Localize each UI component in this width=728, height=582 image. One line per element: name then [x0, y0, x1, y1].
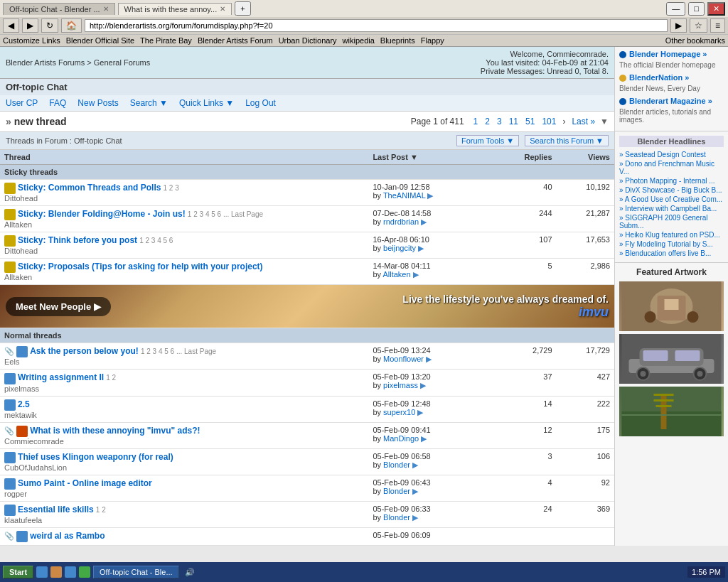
normal-thread-title-1[interactable]: Ask the person below you!: [30, 346, 139, 356]
bookmark-piratebay[interactable]: The Pirate Bay: [140, 36, 192, 45]
last-post-user[interactable]: Blonder: [383, 460, 410, 469]
last-post-user[interactable]: beijngcity: [383, 244, 416, 252]
reload-button[interactable]: ↻: [41, 18, 58, 33]
headline-2[interactable]: Dono and Frenchman Music V...: [619, 159, 724, 176]
headline-3[interactable]: Photon Mapping - Internal ...: [619, 176, 724, 185]
artwork-thumb-3[interactable]: [619, 387, 724, 436]
bookmark-urban-dict[interactable]: Urban Dictionary: [279, 36, 337, 45]
blenderart-link[interactable]: Blenderart Magazine »: [629, 97, 712, 105]
sub-pages[interactable]: 1 2 3 4 5 6 ... Last Page: [141, 347, 216, 355]
headline-6[interactable]: Interview with Campbell Ba...: [619, 204, 724, 213]
artwork-thumb-2[interactable]: [619, 334, 724, 384]
last-post-column-header[interactable]: Last Post ▼: [368, 150, 491, 165]
nav-faq[interactable]: FAQ: [49, 98, 66, 108]
sub-pages[interactable]: 1 2 3 4 5 6: [139, 237, 173, 244]
bookmark-other[interactable]: Other bookmarks: [665, 36, 725, 45]
table-row: Sumo Paint - Online image editor rogper …: [0, 475, 614, 501]
normal-thread-title-5[interactable]: Thief uses Klingon weaponry (for real): [18, 452, 173, 462]
page-3[interactable]: 3: [495, 116, 504, 127]
last-post-user[interactable]: Blonder: [383, 487, 410, 495]
sub-pages[interactable]: 1 2 3 4 5 6 ... Last Page: [188, 210, 263, 218]
svg-point-14: [697, 371, 703, 377]
headline-8[interactable]: Heiko Klug featured on PSD...: [619, 230, 724, 239]
page-2[interactable]: 2: [483, 116, 492, 127]
nav-logout[interactable]: Log Out: [245, 98, 276, 108]
page-1[interactable]: 1: [471, 116, 481, 127]
tab-inactive[interactable]: Off-topic Chat - Blender ... ✕: [3, 3, 115, 15]
last-post-user[interactable]: Alltaken: [382, 270, 410, 279]
bookmark-blender-artists[interactable]: Blender Artists Forum: [198, 36, 273, 45]
headline-7[interactable]: SIGGRAPH 2009 General Subm...: [619, 213, 724, 230]
pagination-bar: Page 1 of 411 1 2 3 11 51 101 › Last » ▼: [411, 116, 609, 127]
last-post-user[interactable]: ManDingo: [383, 434, 419, 443]
search-forum-button[interactable]: Search this Forum ▼: [525, 135, 609, 146]
headline-1[interactable]: Seastead Design Contest: [619, 150, 724, 159]
sticky-thread-title-1[interactable]: Sticky: Common Threads and Polls: [18, 183, 161, 193]
blendernation-link[interactable]: BlenderNation »: [629, 73, 689, 82]
last-post-user[interactable]: rndrdbrian: [383, 217, 419, 226]
settings-button[interactable]: ≡: [710, 18, 725, 33]
last-post-user[interactable]: pixelmass: [383, 381, 418, 389]
table-row: Sticky: Think before you post 1 2 3 4 5 …: [0, 232, 614, 259]
close-button[interactable]: ✕: [707, 2, 725, 16]
bookmark-customize[interactable]: Customize Links: [3, 36, 60, 45]
nav-quick-links[interactable]: Quick Links ▼: [179, 98, 234, 108]
last-post-cell: 05-Feb-09 09:41 by ManDingo ▶: [368, 422, 491, 448]
normal-thread-title-7[interactable]: Essential life skills: [18, 505, 94, 514]
last-post-user[interactable]: superx10: [383, 408, 415, 416]
bookmark-blender-official[interactable]: Blender Official Site: [66, 36, 134, 45]
normal-thread-title-3[interactable]: 2.5: [18, 399, 30, 409]
close-tab-icon[interactable]: ✕: [103, 5, 109, 13]
forum-tools-button[interactable]: Forum Tools ▼: [456, 135, 519, 146]
normal-thread-title-2[interactable]: Writing assignment II: [18, 372, 104, 382]
welcome-text: Welcome, Commiecomrade.: [481, 50, 609, 58]
new-thread-button[interactable]: new thread: [6, 116, 67, 127]
page-51[interactable]: 51: [523, 116, 537, 127]
normal-thread-title-6[interactable]: Sumo Paint - Online image editor: [18, 478, 152, 488]
address-bar[interactable]: [85, 19, 668, 32]
sticky-thread-title-4[interactable]: Sticky: Proposals (Tips for asking for h…: [18, 262, 263, 271]
headline-9[interactable]: Fly Modeling Tutorial by S...: [619, 239, 724, 249]
headline-4[interactable]: DivX Showcase - Big Buck B...: [619, 185, 724, 195]
artwork-thumb-1[interactable]: [619, 281, 724, 331]
maximize-button[interactable]: □: [688, 2, 705, 16]
banner-cta-button[interactable]: Meet New People ▶: [6, 297, 111, 316]
page-last[interactable]: Last »: [569, 116, 597, 127]
sub-pages[interactable]: 1 2: [106, 374, 116, 382]
table-row: Thief uses Klingon weaponry (for real) C…: [0, 448, 614, 475]
forward-button[interactable]: ▶: [22, 18, 38, 33]
nav-user-cp[interactable]: User CP: [6, 98, 38, 108]
sub-pages[interactable]: 1 2: [96, 506, 106, 514]
sticky-thread-title-2[interactable]: Sticky: Blender Folding@Home - Join us!: [18, 209, 186, 219]
blender-homepage-link[interactable]: Blender Homepage »: [629, 50, 707, 58]
normal-thread-title-4[interactable]: What is with these annoying "imvu" ads?!: [30, 426, 200, 436]
dropdown-icon[interactable]: ▼: [600, 117, 609, 126]
go-button[interactable]: ▶: [670, 18, 687, 33]
last-post-user[interactable]: TheANIMAL: [383, 191, 426, 200]
last-post-user[interactable]: Moonflower: [383, 355, 424, 363]
normal-thread-title-8[interactable]: weird al as Rambo: [30, 531, 105, 541]
page-11[interactable]: 11: [507, 116, 520, 127]
new-tab-button[interactable]: +: [235, 1, 250, 16]
close-tab-icon[interactable]: ✕: [220, 5, 225, 13]
bookmark-flappy[interactable]: Flappy: [421, 36, 444, 45]
last-post-user[interactable]: Blonder: [383, 513, 410, 522]
home-button[interactable]: 🏠: [61, 18, 82, 33]
sub-pages[interactable]: 1 2 3: [164, 184, 179, 192]
sticky-thread-title-3[interactable]: Sticky: Think before you post: [18, 235, 137, 245]
banner-ad[interactable]: Meet New People ▶ Live the lifestyle you…: [0, 285, 614, 328]
page-101[interactable]: 101: [540, 116, 558, 127]
blenderart-desc: Blender articles, tutorials and images.: [619, 108, 724, 124]
back-button[interactable]: ◀: [3, 18, 19, 33]
headline-5[interactable]: A Good Use of Creative Com...: [619, 195, 724, 204]
bookmark-star[interactable]: ☆: [690, 18, 707, 33]
views-cell: 175: [557, 422, 614, 448]
nav-search[interactable]: Search ▼: [130, 98, 168, 108]
headline-10[interactable]: Blenducation offers live B...: [619, 249, 724, 258]
bookmark-blueprints[interactable]: Blueprints: [380, 36, 415, 45]
bookmark-wikipedia[interactable]: wikipedia: [343, 36, 375, 45]
minimize-button[interactable]: —: [666, 2, 685, 16]
nav-new-posts[interactable]: New Posts: [77, 98, 118, 108]
tab-active[interactable]: What is with these annoy... ✕: [118, 3, 232, 15]
thread-icon: [4, 452, 16, 463]
